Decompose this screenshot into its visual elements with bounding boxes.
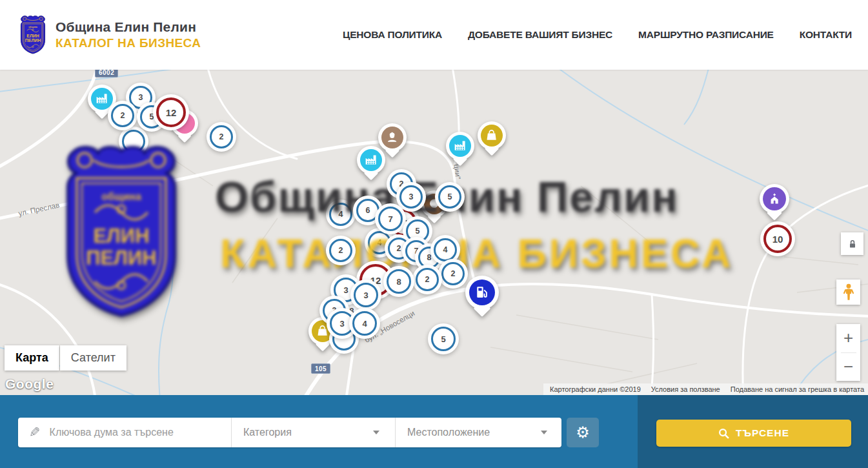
search-submit-button[interactable]: ТЪРСЕНЕ — [656, 420, 851, 447]
site-subtitle: КАТАЛОГ НА БИЗНЕСА — [56, 36, 201, 50]
map-pin-church[interactable] — [760, 184, 789, 214]
site-title: Община Елин Пелин — [56, 19, 201, 35]
cluster-marker[interactable]: 4 — [329, 203, 352, 226]
google-logo[interactable]: Google — [5, 376, 54, 392]
nav-pricing[interactable]: ЦЕНОВА ПОЛИТИКА — [343, 29, 442, 41]
factory-icon — [360, 149, 382, 171]
map-pin-factory[interactable] — [88, 85, 116, 113]
church-icon — [763, 187, 786, 210]
cluster-marker[interactable]: 3 — [354, 283, 378, 307]
terms-link[interactable]: Условия за ползване — [651, 385, 720, 393]
gear-icon: ⚙ — [576, 423, 590, 442]
keyword-section[interactable]: ✎ — [18, 418, 231, 447]
location-select[interactable]: Местоположение — [395, 418, 561, 447]
zoom-control: + − — [836, 324, 860, 381]
pencil-icon: ✎ — [29, 425, 41, 440]
map-view-button[interactable]: Карта — [5, 345, 59, 371]
chevron-down-icon — [373, 431, 379, 434]
main-nav: ЦЕНОВА ПОЛИТИКАДОБАВЕТЕ ВАШИЯТ БИЗНЕСМАР… — [343, 0, 852, 70]
search-panel: ✎ Категория Местоположение ⚙ ТЪРСЕНЕ — [0, 395, 868, 468]
road-shield: 105 — [311, 363, 330, 374]
map-pin-bag[interactable] — [478, 121, 506, 150]
cluster-marker[interactable]: 12 — [156, 97, 186, 127]
cluster-marker[interactable]: 5 — [438, 185, 461, 209]
site-header: Община Елин Пелин КАТАЛОГ НА БИЗНЕСА ЦЕН… — [0, 0, 868, 70]
zoom-in-button[interactable]: + — [836, 324, 860, 352]
fuel-icon — [469, 280, 496, 306]
map-pin-fuel[interactable] — [465, 276, 499, 309]
map-pin-factory[interactable] — [357, 146, 385, 174]
category-select[interactable]: Категория — [231, 418, 395, 447]
factory-icon — [449, 135, 471, 157]
map-pin-factory[interactable] — [446, 132, 474, 160]
street-label: ции" — [453, 164, 462, 180]
nav-contacts[interactable]: КОНТАКТИ — [800, 29, 852, 41]
cluster-marker[interactable]: 2 — [210, 125, 233, 148]
cluster-marker[interactable]: 3 — [330, 311, 354, 336]
lock-icon — [847, 239, 858, 249]
advanced-settings-button[interactable]: ⚙ — [567, 418, 599, 447]
cluster-marker[interactable]: 6 — [356, 199, 379, 222]
nav-route-schedule[interactable]: МАРШРУТНО РАЗПИСАНИЕ — [638, 29, 774, 41]
lock-button[interactable] — [841, 232, 863, 255]
chevron-down-icon — [541, 431, 547, 434]
satellite-view-button[interactable]: Сателит — [60, 345, 126, 371]
worker-icon — [381, 127, 403, 148]
cluster-marker[interactable]: 4 — [352, 311, 377, 336]
factory-icon — [91, 88, 113, 110]
pegman-icon — [842, 283, 856, 301]
map-attribution: Картографски данни ©2019 Условия за полз… — [543, 383, 868, 395]
cluster-marker[interactable]: 2 — [111, 104, 134, 127]
cluster-marker[interactable]: 2 — [329, 239, 352, 262]
search-submit-label: ТЪРСЕНЕ — [736, 427, 789, 439]
cluster-marker[interactable]: 10 — [763, 225, 792, 253]
cluster-marker[interactable]: 4 — [434, 238, 457, 261]
cluster-marker[interactable]: 5 — [406, 219, 429, 243]
cluster-marker[interactable]: 3 — [399, 185, 423, 209]
location-label: Местоположение — [407, 427, 490, 438]
cluster-marker[interactable]: 5 — [431, 327, 456, 351]
road-shield: 6002 — [95, 70, 118, 77]
map-canvas[interactable]: Община Елин Пелин КАТАЛОГ НА БИЗНЕСА Кар… — [0, 70, 868, 395]
report-error-link[interactable]: Подаване на сигнал за грешка в картата — [731, 385, 864, 393]
map-type-control: Карта Сателит — [5, 345, 126, 371]
search-icon — [718, 428, 729, 439]
cluster-marker[interactable]: 2 — [416, 268, 439, 291]
nav-add-business[interactable]: ДОБАВЕТЕ ВАШИЯТ БИЗНЕС — [468, 29, 612, 41]
street-view-pegman[interactable] — [836, 280, 860, 305]
zoom-out-button[interactable]: − — [836, 352, 860, 381]
site-logo[interactable]: Община Елин Пелин КАТАЛОГ НА БИЗНЕСА — [18, 14, 201, 56]
cluster-marker[interactable]: 7 — [378, 207, 403, 231]
cluster-marker[interactable]: 2 — [441, 262, 465, 285]
municipality-crest-icon — [18, 14, 48, 56]
attribution-data: Картографски данни ©2019 — [550, 385, 641, 393]
category-label: Категория — [243, 427, 292, 438]
cluster-marker[interactable] — [122, 130, 145, 153]
bag-icon — [481, 125, 503, 147]
keyword-input[interactable] — [50, 427, 211, 438]
cluster-marker[interactable]: 8 — [387, 269, 411, 294]
search-fields: ✎ Категория Местоположение — [18, 418, 561, 447]
